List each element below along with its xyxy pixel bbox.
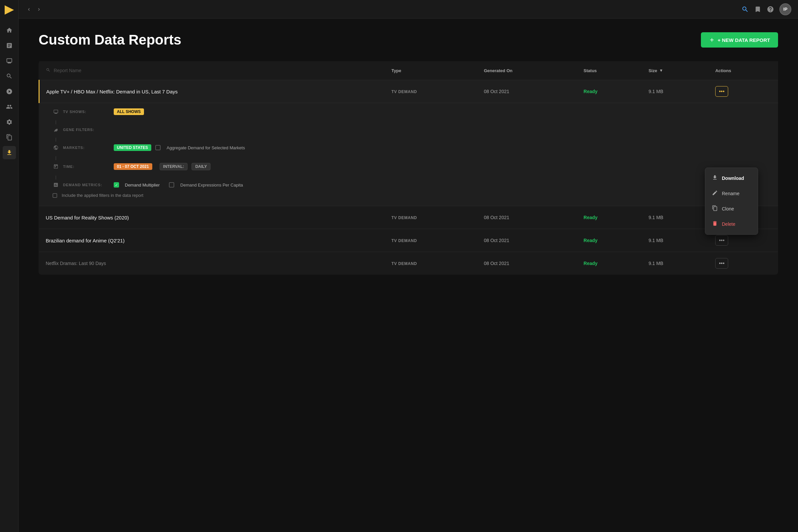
- cell-size: 9.1 MB: [642, 252, 708, 275]
- page-title: Custom Data Reports: [39, 32, 181, 48]
- table-row: US Demand for Reality Shows (2020) TV DE…: [39, 206, 778, 229]
- cell-status: Ready: [577, 206, 642, 229]
- tv-icon: [53, 109, 59, 114]
- cell-name: Apple TV+ / HBO Max / Netflix: Demand in…: [39, 80, 385, 103]
- page-header: Custom Data Reports + NEW DATA REPORT: [39, 32, 778, 48]
- help-nav-button[interactable]: [767, 6, 774, 13]
- svg-marker-0: [5, 5, 14, 15]
- table-row: Brazilian demand for Anime (Q2'21) TV DE…: [39, 229, 778, 252]
- cell-name: US Demand for Reality Shows (2020): [39, 206, 385, 229]
- sidebar-item-download[interactable]: [3, 146, 16, 159]
- rename-icon: [712, 190, 718, 197]
- search-input[interactable]: [46, 66, 378, 75]
- dropdown-download[interactable]: Download: [705, 171, 758, 186]
- actions-dropdown: Download Rename Clone: [705, 168, 758, 235]
- search-nav-button[interactable]: [741, 6, 749, 13]
- markets-tag: UNITED STATES: [114, 144, 152, 151]
- delete-icon: [712, 221, 718, 228]
- cell-type: TV DEMAND: [385, 80, 477, 103]
- sidebar-item-home[interactable]: [3, 24, 16, 37]
- col-actions: Actions: [708, 61, 778, 80]
- detail-markets: MARKETS: UNITED STATES Aggregate Demand …: [53, 144, 772, 151]
- cell-type: TV DEMAND: [385, 252, 477, 275]
- dropdown-delete[interactable]: Delete: [705, 216, 758, 232]
- interval-label-tag: INTERVAL:: [159, 163, 188, 170]
- time-tag: 01 - 07 OCT 2021: [114, 163, 152, 170]
- detail-time: TIME: 01 - 07 OCT 2021 INTERVAL: DAILY: [53, 163, 772, 170]
- search-icon: [46, 68, 51, 74]
- sidebar-item-settings[interactable]: [3, 115, 16, 129]
- aggregate-checkbox[interactable]: [155, 145, 160, 150]
- gene-icon: [53, 127, 59, 132]
- cell-name: Brazilian demand for Anime (Q2'21): [39, 229, 385, 252]
- actions-button-r1[interactable]: •••: [715, 86, 728, 97]
- table-row: Netflix Dramas: Last 90 Days TV DEMAND 0…: [39, 252, 778, 275]
- col-status: Status: [577, 61, 642, 80]
- calendar-icon: [53, 164, 59, 169]
- page-content: Custom Data Reports + NEW DATA REPORT: [19, 19, 798, 532]
- include-filters-row: Include the applied filters in the data …: [53, 193, 772, 198]
- interval-value-tag: DAILY: [191, 163, 210, 170]
- demand-expressions-checkbox[interactable]: [169, 182, 174, 188]
- col-type: Type: [385, 61, 477, 80]
- new-report-button[interactable]: + NEW DATA REPORT: [701, 32, 778, 48]
- cell-date: 08 Oct 2021: [477, 80, 577, 103]
- reports-table: Type Generated On Status Size ▼ Actions: [39, 61, 778, 274]
- nav-right: IP: [741, 3, 791, 15]
- main-content: ‹ › IP Custom Data Reports + NEW DATA: [19, 0, 798, 532]
- col-size: Size ▼: [642, 61, 708, 80]
- cell-name: Netflix Dramas: Last 90 Days: [39, 252, 385, 275]
- cell-date: 08 Oct 2021: [477, 206, 577, 229]
- detail-gene-filters: GENE FILTERS:: [53, 127, 772, 132]
- nav-left: ‹ ›: [25, 4, 42, 14]
- metrics-icon: [53, 182, 59, 188]
- actions-button-r3[interactable]: •••: [715, 235, 728, 246]
- cell-status: Ready: [577, 229, 642, 252]
- expanded-detail-row: TV SHOWS: ALL SHOWS GENE FILTERS:: [39, 103, 778, 206]
- sidebar-item-copy[interactable]: [3, 131, 16, 144]
- sidebar-item-reports[interactable]: [3, 39, 16, 52]
- actions-button-r4[interactable]: •••: [715, 258, 728, 269]
- col-generated-on: Generated On: [477, 61, 577, 80]
- demand-multiplier-checkbox[interactable]: ✓: [114, 182, 119, 188]
- cell-actions: •••: [708, 252, 778, 275]
- cell-actions: •••: [708, 80, 778, 103]
- sidebar-item-ratings[interactable]: [3, 85, 16, 98]
- detail-tv-shows: TV SHOWS: ALL SHOWS: [53, 108, 772, 115]
- user-avatar[interactable]: IP: [779, 3, 791, 15]
- download-icon: [712, 174, 718, 182]
- back-button[interactable]: ‹: [25, 4, 33, 14]
- cell-status: Ready: [577, 252, 642, 275]
- table-header: Type Generated On Status Size ▼ Actions: [39, 61, 778, 80]
- top-nav: ‹ › IP: [19, 0, 798, 19]
- cell-size: 9.1 MB: [642, 206, 708, 229]
- cell-date: 08 Oct 2021: [477, 229, 577, 252]
- sidebar-item-users[interactable]: [3, 100, 16, 113]
- clone-icon: [712, 205, 718, 212]
- expanded-detail-cell: TV SHOWS: ALL SHOWS GENE FILTERS:: [39, 103, 778, 206]
- bookmark-nav-button[interactable]: [754, 6, 761, 13]
- cell-status: Ready: [577, 80, 642, 103]
- cell-date: 08 Oct 2021: [477, 252, 577, 275]
- detail-demand-metrics: DEMAND METRICS: ✓ Demand Multiplier Dema…: [53, 182, 772, 188]
- sidebar-item-search[interactable]: [3, 70, 16, 83]
- cell-size: 9.1 MB: [642, 229, 708, 252]
- cell-size: 9.1 MB: [642, 80, 708, 103]
- col-name: [39, 61, 385, 80]
- sort-icon: ▼: [659, 68, 663, 73]
- dropdown-clone[interactable]: Clone: [705, 201, 758, 216]
- table-row: Apple TV+ / HBO Max / Netflix: Demand in…: [39, 80, 778, 103]
- sidebar-item-display[interactable]: [3, 54, 16, 68]
- globe-icon: [53, 145, 59, 150]
- dropdown-rename[interactable]: Rename: [705, 186, 758, 201]
- cell-type: TV DEMAND: [385, 229, 477, 252]
- tv-shows-tag: ALL SHOWS: [114, 108, 144, 115]
- app-logo[interactable]: [3, 4, 15, 16]
- cell-type: TV DEMAND: [385, 206, 477, 229]
- include-filters-checkbox[interactable]: [53, 193, 57, 198]
- sidebar: [0, 0, 19, 532]
- forward-button[interactable]: ›: [35, 4, 42, 14]
